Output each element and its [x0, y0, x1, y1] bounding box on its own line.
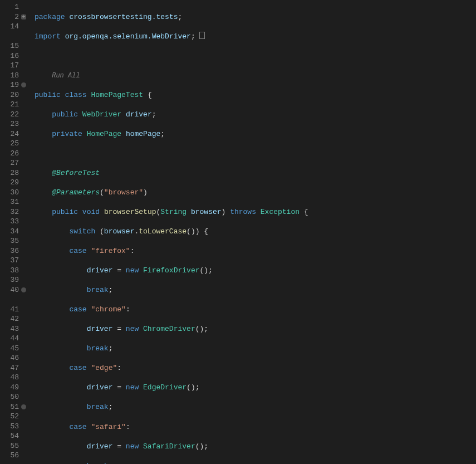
code-line[interactable]: case "chrome":: [35, 305, 476, 315]
codelens-run-all[interactable]: Run All: [35, 71, 476, 81]
code-line[interactable]: driver = new ChromeDriver();: [35, 324, 476, 334]
line-number: 14: [0, 22, 20, 32]
line-number: 38: [0, 266, 20, 276]
line-number: 21: [0, 100, 20, 110]
line-number: 24: [0, 129, 20, 139]
line-number: 17: [0, 61, 20, 71]
code-line[interactable]: public void browserSetup(String browser)…: [35, 207, 476, 217]
line-number: 35: [0, 236, 20, 246]
code-line[interactable]: driver = new EdgeDriver();: [35, 383, 476, 393]
code-line[interactable]: public class HomePageTest {: [35, 90, 476, 100]
line-number: 41: [0, 305, 20, 315]
code-line[interactable]: break;: [35, 461, 476, 464]
line-number: 45: [0, 344, 20, 354]
code-line[interactable]: case "edge":: [35, 363, 476, 373]
code-line[interactable]: @Parameters("browser"): [35, 188, 476, 198]
line-number: 43: [0, 324, 20, 334]
code-line[interactable]: private HomePage homePage;: [35, 129, 476, 139]
line-number: 48: [0, 373, 20, 383]
line-number: 27: [0, 158, 20, 168]
line-number: 49: [0, 383, 20, 393]
line-number: 30: [0, 188, 20, 198]
line-number: 55: [0, 441, 20, 451]
code-line[interactable]: switch (browser.toLowerCase()) {: [35, 227, 476, 237]
code-editor[interactable]: 1 2+ 14 15 16 17 18 19 20 21 22 23 24 25…: [0, 0, 476, 464]
code-line[interactable]: case "firefox":: [35, 246, 476, 256]
line-number: 20: [0, 90, 20, 100]
line-number: 15: [0, 41, 20, 51]
line-number: 22: [0, 110, 20, 120]
code-area[interactable]: package crossbrowsertesting.tests; impor…: [23, 0, 476, 464]
line-number: 25: [0, 139, 20, 149]
line-number: [0, 32, 20, 42]
code-line[interactable]: break;: [35, 402, 476, 412]
line-number: 32: [0, 207, 20, 217]
line-number: [0, 295, 20, 305]
code-line[interactable]: [35, 51, 476, 61]
line-number: 47: [0, 363, 20, 373]
line-number: 54: [0, 431, 20, 441]
line-number: 56: [0, 451, 20, 461]
line-number: 33: [0, 217, 20, 227]
line-number: 2+: [0, 12, 20, 22]
line-number: 51: [0, 402, 20, 412]
code-line[interactable]: package crossbrowsertesting.tests;: [35, 12, 476, 22]
line-number: 46: [0, 353, 20, 363]
code-line[interactable]: break;: [35, 344, 476, 354]
line-number: 16: [0, 51, 20, 61]
line-number: 18: [0, 71, 20, 81]
line-number: 31: [0, 197, 20, 207]
line-number: 36: [0, 246, 20, 256]
line-number: 26: [0, 149, 20, 159]
line-number-gutter: 1 2+ 14 15 16 17 18 19 20 21 22 23 24 25…: [0, 0, 23, 464]
line-number: 42: [0, 314, 20, 324]
folded-region-icon[interactable]: [199, 32, 205, 39]
line-number: 39: [0, 275, 20, 285]
line-number: 52: [0, 412, 20, 422]
code-line[interactable]: import org.openqa.selenium.WebDriver;: [35, 32, 476, 42]
code-line[interactable]: [35, 149, 476, 159]
code-line[interactable]: case "safari":: [35, 422, 476, 432]
code-line[interactable]: @BeforeTest: [35, 168, 476, 178]
code-line[interactable]: public WebDriver driver;: [35, 110, 476, 120]
line-number: 40: [0, 285, 20, 295]
line-number: 53: [0, 422, 20, 432]
line-number: 1: [0, 2, 20, 12]
line-number: 50: [0, 392, 20, 402]
code-line[interactable]: driver = new SafariDriver();: [35, 442, 476, 452]
code-line[interactable]: break;: [35, 285, 476, 295]
line-number: 19: [0, 80, 20, 90]
line-number: 28: [0, 168, 20, 178]
line-number: 37: [0, 256, 20, 266]
code-line[interactable]: driver = new FirefoxDriver();: [35, 266, 476, 276]
line-number: 44: [0, 334, 20, 344]
line-number: 23: [0, 119, 20, 129]
line-number: 34: [0, 227, 20, 237]
line-number: 29: [0, 178, 20, 188]
